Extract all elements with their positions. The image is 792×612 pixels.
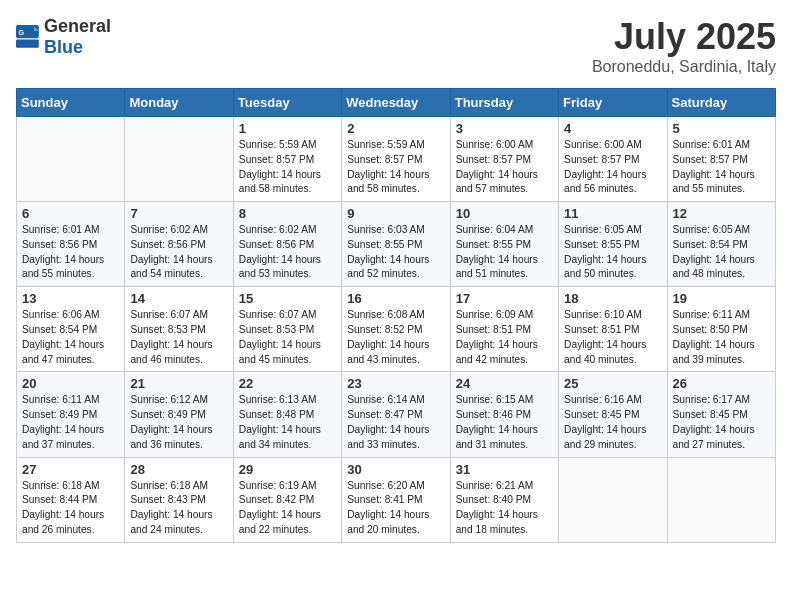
logo: G General Blue	[16, 16, 111, 58]
calendar-cell: 30 Sunrise: 6:20 AMSunset: 8:41 PMDaylig…	[342, 457, 450, 542]
calendar-cell: 4 Sunrise: 6:00 AMSunset: 8:57 PMDayligh…	[559, 117, 667, 202]
calendar-week-4: 20 Sunrise: 6:11 AMSunset: 8:49 PMDaylig…	[17, 372, 776, 457]
cell-info: Sunrise: 6:17 AMSunset: 8:45 PMDaylight:…	[673, 394, 755, 449]
header-sunday: Sunday	[17, 89, 125, 117]
header-saturday: Saturday	[667, 89, 775, 117]
calendar-cell: 24 Sunrise: 6:15 AMSunset: 8:46 PMDaylig…	[450, 372, 558, 457]
header-tuesday: Tuesday	[233, 89, 341, 117]
day-number: 9	[347, 206, 444, 221]
cell-info: Sunrise: 6:15 AMSunset: 8:46 PMDaylight:…	[456, 394, 538, 449]
day-number: 6	[22, 206, 119, 221]
cell-info: Sunrise: 6:14 AMSunset: 8:47 PMDaylight:…	[347, 394, 429, 449]
calendar-week-5: 27 Sunrise: 6:18 AMSunset: 8:44 PMDaylig…	[17, 457, 776, 542]
calendar-cell: 20 Sunrise: 6:11 AMSunset: 8:49 PMDaylig…	[17, 372, 125, 457]
day-number: 26	[673, 376, 770, 391]
cell-info: Sunrise: 6:20 AMSunset: 8:41 PMDaylight:…	[347, 480, 429, 535]
day-number: 27	[22, 462, 119, 477]
calendar-cell: 28 Sunrise: 6:18 AMSunset: 8:43 PMDaylig…	[125, 457, 233, 542]
calendar-cell: 16 Sunrise: 6:08 AMSunset: 8:52 PMDaylig…	[342, 287, 450, 372]
calendar-cell: 15 Sunrise: 6:07 AMSunset: 8:53 PMDaylig…	[233, 287, 341, 372]
cell-info: Sunrise: 6:13 AMSunset: 8:48 PMDaylight:…	[239, 394, 321, 449]
logo-blue: Blue	[44, 37, 83, 57]
day-number: 28	[130, 462, 227, 477]
cell-info: Sunrise: 6:07 AMSunset: 8:53 PMDaylight:…	[239, 309, 321, 364]
calendar-cell: 19 Sunrise: 6:11 AMSunset: 8:50 PMDaylig…	[667, 287, 775, 372]
calendar-cell: 27 Sunrise: 6:18 AMSunset: 8:44 PMDaylig…	[17, 457, 125, 542]
day-number: 4	[564, 121, 661, 136]
calendar-cell	[667, 457, 775, 542]
location: Boroneddu, Sardinia, Italy	[592, 58, 776, 76]
cell-info: Sunrise: 6:10 AMSunset: 8:51 PMDaylight:…	[564, 309, 646, 364]
header-monday: Monday	[125, 89, 233, 117]
cell-info: Sunrise: 6:16 AMSunset: 8:45 PMDaylight:…	[564, 394, 646, 449]
month-year: July 2025	[592, 16, 776, 58]
cell-info: Sunrise: 6:01 AMSunset: 8:57 PMDaylight:…	[673, 139, 755, 194]
calendar-cell: 1 Sunrise: 5:59 AMSunset: 8:57 PMDayligh…	[233, 117, 341, 202]
day-number: 13	[22, 291, 119, 306]
cell-info: Sunrise: 6:11 AMSunset: 8:49 PMDaylight:…	[22, 394, 104, 449]
header: G General Blue July 2025 Boroneddu, Sard…	[16, 16, 776, 76]
calendar-cell: 9 Sunrise: 6:03 AMSunset: 8:55 PMDayligh…	[342, 202, 450, 287]
calendar-cell: 2 Sunrise: 5:59 AMSunset: 8:57 PMDayligh…	[342, 117, 450, 202]
cell-info: Sunrise: 5:59 AMSunset: 8:57 PMDaylight:…	[347, 139, 429, 194]
cell-info: Sunrise: 6:05 AMSunset: 8:55 PMDaylight:…	[564, 224, 646, 279]
calendar-cell: 13 Sunrise: 6:06 AMSunset: 8:54 PMDaylig…	[17, 287, 125, 372]
cell-info: Sunrise: 5:59 AMSunset: 8:57 PMDaylight:…	[239, 139, 321, 194]
day-number: 20	[22, 376, 119, 391]
day-number: 17	[456, 291, 553, 306]
logo-general: General	[44, 16, 111, 36]
day-number: 3	[456, 121, 553, 136]
calendar-cell: 8 Sunrise: 6:02 AMSunset: 8:56 PMDayligh…	[233, 202, 341, 287]
calendar-cell: 26 Sunrise: 6:17 AMSunset: 8:45 PMDaylig…	[667, 372, 775, 457]
day-number: 8	[239, 206, 336, 221]
calendar-cell: 5 Sunrise: 6:01 AMSunset: 8:57 PMDayligh…	[667, 117, 775, 202]
cell-info: Sunrise: 6:04 AMSunset: 8:55 PMDaylight:…	[456, 224, 538, 279]
cell-info: Sunrise: 6:07 AMSunset: 8:53 PMDaylight:…	[130, 309, 212, 364]
calendar-header-row: SundayMondayTuesdayWednesdayThursdayFrid…	[17, 89, 776, 117]
cell-info: Sunrise: 6:03 AMSunset: 8:55 PMDaylight:…	[347, 224, 429, 279]
calendar-week-1: 1 Sunrise: 5:59 AMSunset: 8:57 PMDayligh…	[17, 117, 776, 202]
day-number: 14	[130, 291, 227, 306]
logo-icon: G	[16, 25, 40, 49]
cell-info: Sunrise: 6:12 AMSunset: 8:49 PMDaylight:…	[130, 394, 212, 449]
cell-info: Sunrise: 6:00 AMSunset: 8:57 PMDaylight:…	[456, 139, 538, 194]
day-number: 10	[456, 206, 553, 221]
calendar-cell: 17 Sunrise: 6:09 AMSunset: 8:51 PMDaylig…	[450, 287, 558, 372]
calendar-cell: 12 Sunrise: 6:05 AMSunset: 8:54 PMDaylig…	[667, 202, 775, 287]
header-wednesday: Wednesday	[342, 89, 450, 117]
calendar-cell	[125, 117, 233, 202]
cell-info: Sunrise: 6:08 AMSunset: 8:52 PMDaylight:…	[347, 309, 429, 364]
day-number: 29	[239, 462, 336, 477]
day-number: 12	[673, 206, 770, 221]
calendar-cell: 31 Sunrise: 6:21 AMSunset: 8:40 PMDaylig…	[450, 457, 558, 542]
calendar-cell: 18 Sunrise: 6:10 AMSunset: 8:51 PMDaylig…	[559, 287, 667, 372]
header-friday: Friday	[559, 89, 667, 117]
calendar-cell: 22 Sunrise: 6:13 AMSunset: 8:48 PMDaylig…	[233, 372, 341, 457]
calendar-cell: 29 Sunrise: 6:19 AMSunset: 8:42 PMDaylig…	[233, 457, 341, 542]
cell-info: Sunrise: 6:06 AMSunset: 8:54 PMDaylight:…	[22, 309, 104, 364]
cell-info: Sunrise: 6:02 AMSunset: 8:56 PMDaylight:…	[130, 224, 212, 279]
day-number: 24	[456, 376, 553, 391]
cell-info: Sunrise: 6:00 AMSunset: 8:57 PMDaylight:…	[564, 139, 646, 194]
calendar-table: SundayMondayTuesdayWednesdayThursdayFrid…	[16, 88, 776, 543]
cell-info: Sunrise: 6:18 AMSunset: 8:44 PMDaylight:…	[22, 480, 104, 535]
day-number: 7	[130, 206, 227, 221]
title-area: July 2025 Boroneddu, Sardinia, Italy	[592, 16, 776, 76]
day-number: 5	[673, 121, 770, 136]
calendar-cell: 14 Sunrise: 6:07 AMSunset: 8:53 PMDaylig…	[125, 287, 233, 372]
cell-info: Sunrise: 6:11 AMSunset: 8:50 PMDaylight:…	[673, 309, 755, 364]
calendar-cell: 10 Sunrise: 6:04 AMSunset: 8:55 PMDaylig…	[450, 202, 558, 287]
day-number: 18	[564, 291, 661, 306]
day-number: 22	[239, 376, 336, 391]
day-number: 1	[239, 121, 336, 136]
cell-info: Sunrise: 6:19 AMSunset: 8:42 PMDaylight:…	[239, 480, 321, 535]
calendar-cell: 7 Sunrise: 6:02 AMSunset: 8:56 PMDayligh…	[125, 202, 233, 287]
day-number: 31	[456, 462, 553, 477]
cell-info: Sunrise: 6:09 AMSunset: 8:51 PMDaylight:…	[456, 309, 538, 364]
day-number: 16	[347, 291, 444, 306]
day-number: 11	[564, 206, 661, 221]
day-number: 19	[673, 291, 770, 306]
cell-info: Sunrise: 6:01 AMSunset: 8:56 PMDaylight:…	[22, 224, 104, 279]
logo-text: General Blue	[44, 16, 111, 58]
calendar-cell: 21 Sunrise: 6:12 AMSunset: 8:49 PMDaylig…	[125, 372, 233, 457]
